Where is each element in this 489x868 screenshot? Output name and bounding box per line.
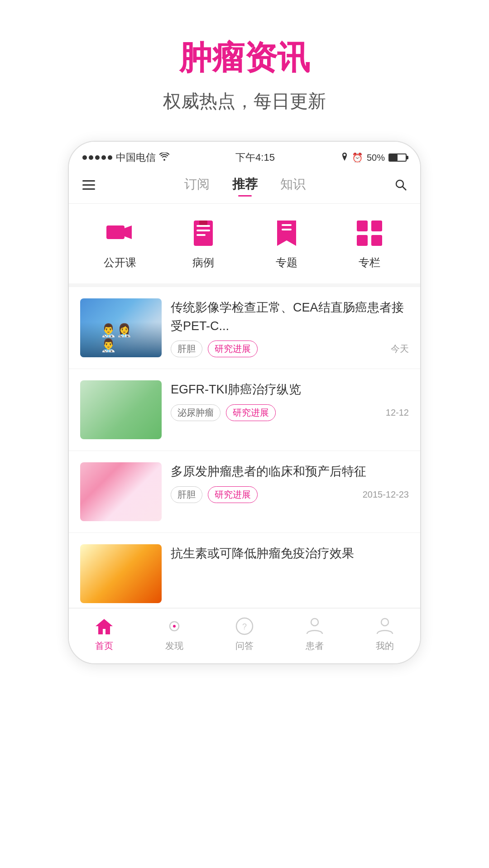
bottom-nav-discover[interactable]: 发现	[163, 615, 185, 652]
news-title-1: 传统影像学检查正常、CEA结直肠癌患者接受PET-C...	[171, 298, 409, 335]
svg-rect-11	[199, 221, 207, 225]
news-image-1	[80, 298, 162, 357]
status-right: ⏰ 50%	[341, 152, 407, 163]
news-item-2[interactable]: EGFR-TKI肺癌治疗纵览 泌尿肿瘤 研究进展 12-12	[69, 369, 420, 451]
svg-point-3	[396, 180, 403, 187]
discover-icon	[163, 615, 185, 637]
news-title-2: EGFR-TKI肺癌治疗纵览	[171, 380, 409, 399]
tag-urology: 泌尿肿瘤	[171, 404, 221, 421]
mine-icon	[374, 615, 396, 637]
svg-rect-2	[82, 188, 95, 190]
news-item-1[interactable]: 传统影像学检查正常、CEA结直肠癌患者接受PET-C... 肝胆 研究进展 今天	[69, 287, 420, 369]
location-icon	[341, 153, 348, 163]
tag-liver: 肝胆	[171, 340, 202, 357]
tag-research-2: 研究进展	[226, 404, 276, 421]
discover-label: 发现	[165, 640, 183, 652]
signal-dot-2	[89, 155, 93, 160]
tabs-center: 订阅 推荐 知识	[184, 176, 306, 197]
category-column[interactable]: 专栏	[354, 217, 385, 270]
svg-rect-14	[357, 221, 368, 231]
qa-icon: ?	[234, 615, 255, 637]
svg-rect-12	[282, 224, 292, 226]
news-meta-1: 肝胆 研究进展 今天	[171, 340, 409, 357]
news-meta-2: 泌尿肿瘤 研究进展 12-12	[171, 404, 409, 421]
search-button[interactable]	[395, 179, 407, 194]
news-date-1: 今天	[391, 343, 409, 355]
news-image-4	[80, 544, 162, 603]
qa-label: 问答	[235, 640, 254, 652]
news-list: 传统影像学检查正常、CEA结直肠癌患者接受PET-C... 肝胆 研究进展 今天…	[69, 287, 420, 608]
news-content-2: EGFR-TKI肺癌治疗纵览 泌尿肿瘤 研究进展 12-12	[171, 380, 409, 421]
svg-rect-8	[197, 225, 210, 227]
signal-dot-3	[95, 155, 100, 160]
svg-point-23	[381, 619, 388, 626]
news-item-3[interactable]: 多原发肿瘤患者的临床和预产后特征 肝胆 研究进展 2015-12-23	[69, 451, 420, 533]
battery-fill	[389, 154, 398, 161]
news-title-3: 多原发肿瘤患者的临床和预产后特征	[171, 462, 409, 481]
status-time: 下午4:15	[235, 151, 275, 164]
categories: 公开课 病例	[69, 204, 420, 287]
news-content-1: 传统影像学检查正常、CEA结直肠癌患者接受PET-C... 肝胆 研究进展 今天	[171, 298, 409, 357]
svg-rect-10	[197, 234, 206, 236]
news-image-2	[80, 380, 162, 439]
news-date-3: 2015-12-23	[363, 489, 409, 500]
news-title-4: 抗生素或可降低肿瘤免疫治疗效果	[171, 544, 409, 563]
category-topic[interactable]: 专题	[271, 217, 302, 270]
svg-rect-15	[371, 221, 382, 231]
battery-icon	[388, 153, 407, 162]
tag-research: 研究进展	[208, 340, 258, 357]
category-open-class[interactable]: 公开课	[104, 217, 136, 270]
news-item-4[interactable]: 抗生素或可降低肿瘤免疫治疗效果	[69, 533, 420, 608]
news-image-3	[80, 462, 162, 521]
news-content-4: 抗生素或可降低肿瘤免疫治疗效果	[171, 544, 409, 563]
patient-icon	[304, 615, 326, 637]
svg-rect-16	[357, 235, 368, 246]
bottom-nav-qa[interactable]: ? 问答	[234, 615, 255, 652]
tab-knowledge[interactable]: 知识	[280, 176, 306, 197]
svg-point-22	[311, 619, 318, 626]
wifi-icon	[159, 153, 169, 163]
mine-label: 我的	[376, 640, 394, 652]
news-meta-3: 肝胆 研究进展 2015-12-23	[171, 486, 409, 503]
battery-percent: 50%	[367, 153, 385, 163]
document-icon	[187, 217, 219, 249]
svg-rect-13	[282, 229, 292, 230]
category-column-label: 专栏	[359, 255, 380, 270]
video-camera-icon	[104, 217, 136, 249]
bookmark-icon	[271, 217, 302, 249]
signal-dot-1	[82, 155, 87, 160]
category-open-class-label: 公开课	[104, 255, 136, 270]
tab-recommend[interactable]: 推荐	[232, 176, 258, 197]
signal-dots	[82, 155, 112, 160]
news-content-3: 多原发肿瘤患者的临床和预产后特征 肝胆 研究进展 2015-12-23	[171, 462, 409, 503]
carrier-label: 中国电信	[116, 151, 156, 164]
bottom-nav-mine[interactable]: 我的	[374, 615, 396, 652]
svg-rect-9	[197, 230, 210, 231]
svg-marker-6	[125, 225, 132, 239]
home-icon	[93, 615, 115, 637]
patient-label: 患者	[306, 640, 324, 652]
news-date-2: 12-12	[386, 408, 409, 418]
status-bar: 中国电信 下午4:15 ⏰ 50%	[69, 142, 420, 169]
svg-line-4	[403, 187, 406, 190]
svg-rect-1	[82, 184, 95, 186]
page-title: 肿瘤资讯	[163, 36, 326, 80]
page-header: 肿瘤资讯 权威热点，每日更新	[163, 0, 326, 132]
category-case-label: 病例	[192, 255, 214, 270]
signal-dot-4	[101, 155, 106, 160]
category-case[interactable]: 病例	[187, 217, 219, 270]
svg-rect-0	[82, 180, 95, 182]
tab-subscribe[interactable]: 订阅	[184, 176, 210, 197]
bottom-nav-patient[interactable]: 患者	[304, 615, 326, 652]
menu-button[interactable]	[82, 179, 95, 193]
status-left: 中国电信	[82, 151, 169, 164]
page-subtitle: 权威热点，每日更新	[163, 89, 326, 114]
signal-dot-5	[108, 155, 112, 160]
home-label: 首页	[95, 640, 113, 652]
tag-liver-3: 肝胆	[171, 486, 202, 503]
tag-research-3: 研究进展	[208, 486, 258, 503]
bottom-nav-home[interactable]: 首页	[93, 615, 115, 652]
alarm-icon: ⏰	[352, 152, 363, 163]
svg-text:?: ?	[242, 622, 247, 631]
svg-point-19	[173, 625, 176, 628]
